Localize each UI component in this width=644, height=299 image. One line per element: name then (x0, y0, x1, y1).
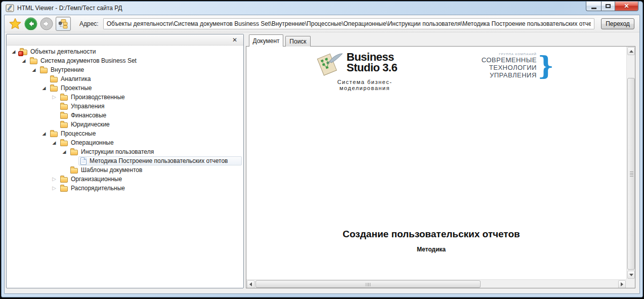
expand-arrow-icon[interactable]: ▷ (50, 93, 58, 102)
scroll-down-button[interactable] (627, 271, 635, 279)
tree-item[interactable]: Финансовые (7, 111, 243, 120)
close-button[interactable]: ✕ (615, 2, 638, 11)
star-icon (9, 18, 21, 29)
business-studio-logo: Business Studio 3.6 Система бизнес-модел… (314, 51, 431, 91)
expand-arrow-icon[interactable]: ▷ (50, 175, 58, 184)
address-input[interactable] (103, 18, 594, 29)
tree-item-label: Управления (68, 103, 105, 110)
title-bar: HTML Viewer - D:/Темп/Тест сайта РД ✕ (2, 2, 642, 15)
tree-item-body[interactable]: Распорядительные (58, 184, 242, 193)
stu-brace-icon: } (538, 54, 554, 78)
scroll-up-button[interactable] (627, 47, 635, 55)
tree-item-body[interactable]: Юридические (58, 120, 242, 129)
panel-close-icon: ✕ (232, 37, 237, 43)
root-folder-icon (20, 50, 27, 55)
collapse-arrow-icon[interactable]: ◢ (30, 65, 38, 74)
collapse-arrow-icon[interactable]: ◢ (60, 147, 68, 156)
folder-icon (60, 104, 68, 110)
thumb-grip-icon (365, 283, 371, 286)
tree-item[interactable]: ◢Операционные (7, 138, 243, 147)
tree-item[interactable]: Аналитика (7, 74, 243, 83)
favorites-button[interactable] (9, 17, 22, 30)
tree-item-body[interactable]: Объекты деятельности (18, 47, 242, 56)
tree-item-body[interactable]: Аналитика (48, 74, 242, 83)
tree-item-label: Распорядительные (68, 185, 125, 192)
scroll-right-button[interactable] (618, 280, 626, 288)
tree-item-body[interactable]: Финансовые (58, 111, 242, 120)
tree-item[interactable]: ▷Организационные (7, 175, 243, 184)
tree-item-body[interactable]: Внутренние (38, 65, 242, 74)
collapse-arrow-icon[interactable]: ◢ (10, 47, 18, 56)
tree-item-body[interactable]: Инструкции пользователя (68, 147, 242, 156)
vertical-scrollbar-thumb[interactable] (627, 78, 635, 270)
folder-icon (70, 150, 78, 155)
tree-item-body[interactable]: Производственные (58, 93, 242, 102)
collapse-arrow-icon[interactable]: ◢ (40, 129, 48, 138)
tree-item[interactable]: ◢Инструкции пользователя (7, 147, 243, 156)
folder-icon (50, 86, 58, 92)
tree-item-body-selected[interactable]: Методика Построение пользовательских отч… (78, 156, 242, 165)
tree-item[interactable]: ▷Распорядительные (7, 184, 243, 193)
tree-item-body[interactable]: Организационные (58, 175, 242, 184)
tree-item[interactable]: ◢Проектные (7, 83, 243, 93)
scrollbar-corner (626, 279, 635, 288)
tree: ◢Объекты деятельности◢Система документов… (7, 46, 243, 193)
folder-icon (60, 95, 68, 101)
collapse-arrow-icon[interactable]: ◢ (20, 56, 28, 65)
down-arrow-icon (629, 274, 633, 276)
tree-item[interactable]: ◢Объекты деятельности (7, 47, 243, 56)
tree-item[interactable]: Шаблоны документов (7, 165, 243, 175)
tab-search[interactable]: Поиск (285, 36, 311, 47)
tree-item-label: Аналитика (58, 75, 91, 82)
stu-line1: СОВРЕМЕННЫЕ (482, 56, 537, 64)
tree-item-label: Процессные (58, 130, 96, 137)
address-label: Адрес: (79, 20, 99, 27)
go-button[interactable]: Переход (601, 18, 634, 29)
vertical-scrollbar[interactable] (626, 47, 635, 279)
tree-item-label: Юридические (68, 121, 110, 128)
tree-item-body[interactable]: Управления (58, 102, 242, 111)
tree-item-label: Производственные (68, 94, 125, 101)
minimize-button[interactable] (586, 2, 601, 11)
tree-item-body[interactable]: Операционные (58, 138, 242, 147)
tree-item[interactable]: ◢Внутренние (7, 65, 243, 74)
forward-button[interactable] (40, 17, 53, 30)
tree-item-body[interactable]: Проектные (48, 83, 242, 93)
folder-icon (50, 77, 58, 82)
tree-item[interactable]: ◢Система документов Business Set (7, 56, 243, 65)
tree-item[interactable]: ▷Производственные (7, 93, 243, 102)
thumb-grip-icon (630, 171, 633, 177)
window-title: HTML Viewer - D:/Темп/Тест сайта РД (17, 5, 122, 12)
horizontal-scrollbar[interactable] (246, 279, 626, 288)
panel-close-button[interactable]: ✕ (230, 36, 239, 44)
bs-name-line1: Business (347, 52, 397, 62)
tree-view-toggle-button[interactable] (56, 17, 71, 31)
close-icon: ✕ (624, 3, 629, 10)
tree-item[interactable]: Методика Построение пользовательских отч… (7, 156, 243, 165)
scroll-left-button[interactable] (247, 280, 254, 288)
tree-item-label: Организационные (68, 176, 122, 183)
tree-item[interactable]: ◢Процессные (7, 129, 243, 138)
folder-icon (60, 113, 68, 119)
horizontal-scrollbar-thumb[interactable] (255, 280, 481, 288)
folder-icon (50, 132, 58, 137)
tree-item[interactable]: Юридические (7, 120, 243, 129)
collapse-arrow-icon[interactable]: ◢ (50, 138, 58, 147)
client-area: Адрес: Переход ✕ ◢Объекты деятельности◢С… (4, 15, 640, 294)
tree-item[interactable]: Управления (7, 102, 243, 111)
back-button[interactable] (24, 17, 37, 30)
document-header-logos: Business Studio 3.6 Система бизнес-модел… (246, 51, 626, 91)
tab-document[interactable]: Документ (249, 34, 283, 47)
app-window: HTML Viewer - D:/Темп/Тест сайта РД ✕ (1, 1, 643, 297)
tree-item-body[interactable]: Процессные (48, 129, 242, 138)
folder-icon (30, 59, 37, 64)
tree-item-body[interactable]: Система документов Business Set (28, 56, 242, 65)
tree-item-body[interactable]: Шаблоны документов (68, 165, 242, 175)
folder-icon (60, 186, 68, 192)
folder-icon (60, 177, 68, 183)
tab-search-label: Поиск (289, 38, 306, 45)
folder-icon (40, 68, 48, 73)
expand-arrow-icon[interactable]: ▷ (50, 184, 58, 193)
maximize-button[interactable] (601, 2, 615, 11)
collapse-arrow-icon[interactable]: ◢ (40, 83, 48, 93)
